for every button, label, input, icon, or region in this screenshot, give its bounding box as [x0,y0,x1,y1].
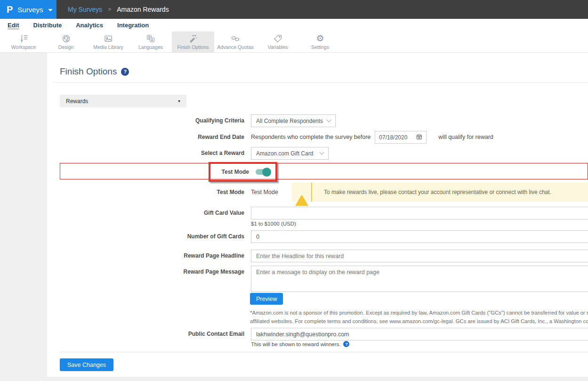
chain-link-icon [230,34,241,43]
select-value: All Complete Respondents [256,118,323,124]
breadcrumb-current-survey: Amazon Rewards [117,6,169,13]
chevron-down-icon [48,9,53,11]
test-mode-warning-banner: ! To make rewards live, please contact y… [292,183,588,202]
palette-icon [61,34,71,43]
toolbar-item-workspace[interactable]: Workspace [2,32,45,52]
tab-distribute[interactable]: Distribute [33,22,62,29]
gift-card-value-input[interactable] [251,207,588,219]
test-mode-status-value: Test Mode [251,183,292,202]
translate-icon [145,34,156,43]
magic-wand-icon [188,34,198,43]
reward-page-message-input[interactable] [251,266,588,292]
top-bar: P Surveys My Surveys > Amazon Rewards [0,0,588,19]
disclaimer-line-1: *Amazon.com is not a sponsor of this pro… [250,308,588,317]
toolbar-item-label: Workspace [11,44,36,50]
reward-end-date-prefix: Respondents who complete the survey befo… [251,131,371,144]
caret-down-icon: ▾ [178,98,180,104]
test-mode-toggle-switch[interactable] [256,169,270,175]
image-icon [103,34,113,43]
toolbar-item-finish-options[interactable]: Finish Options [172,32,214,52]
help-icon[interactable]: ? [343,341,349,347]
breadcrumb-my-surveys[interactable]: My Surveys [68,6,102,13]
toolbar-item-label: Variables [268,44,288,50]
chevron-down-icon [327,118,331,122]
reward-end-date-label: Reward End Date [47,131,244,144]
toolbar-item-variables[interactable]: Variables [257,32,299,52]
select-reward-label: Select a Reward [47,147,244,160]
toolbar-item-design[interactable]: Design [45,32,87,52]
gear-icon: ⚙ [316,34,324,43]
public-contact-email-label: Public Contact Email [47,328,244,340]
help-icon[interactable]: ? [121,68,129,76]
tab-analytics[interactable]: Analytics [76,22,103,29]
annotation-red-row-outline [60,163,588,179]
reward-page-message-label: Reward Page Message [47,266,244,278]
dropdown-selected-value: Rewards [66,98,88,105]
test-mode-toggle-row: Test Mode [47,162,588,184]
gift-card-value-helper: $1 to $1000 (USD) [251,221,296,227]
reward-end-date-input[interactable]: 07/18/2020 [375,131,427,144]
toolbar-item-label: Settings [311,44,329,50]
test-mode-toggle-label: Test Mode [222,169,249,175]
save-changes-button[interactable]: Save Changes [60,358,113,371]
reward-page-headline-label: Reward Page Headline [47,250,244,262]
divider [60,352,588,352]
product-name: Surveys [17,6,43,14]
tab-integration[interactable]: Integration [117,22,149,29]
tab-edit[interactable]: Edit [8,22,19,29]
warning-message: To make rewards live, please contact you… [312,189,563,195]
chevron-down-icon [320,150,324,155]
toolbar-item-label: Design [58,44,74,50]
number-of-gift-cards-input[interactable] [251,230,588,243]
gift-card-value-label: Gift Card Value [47,207,244,219]
toggle-knob [262,168,271,177]
page-title: Finish Options [60,66,117,77]
number-of-gift-cards-label: Number of Gift Cards [47,230,244,243]
disclaimer-line-2: affiliated websites. For complete terms … [250,317,588,325]
primary-nav: Edit Distribute Analytics Integration [0,19,588,32]
public-contact-email-input[interactable] [251,328,588,340]
reward-page-headline-input[interactable] [251,250,588,262]
calendar-icon [416,134,422,141]
select-reward-select[interactable]: Amazon.com Gift Card [251,147,329,160]
warning-triangle-icon: ! [295,186,308,198]
select-value: Amazon.com Gift Card [256,150,313,157]
qualifying-criteria-label: Qualifying Criteria [47,114,244,127]
annotation-red-highlight-box: Test Mode [209,162,277,182]
reward-end-date-suffix: will qualify for reward [438,131,493,144]
toolbar-item-media-library[interactable]: Media Library [87,32,129,52]
finish-options-panel: Finish Options ? Rewards ▾ Qualifying Cr… [47,53,588,377]
test-mode-status-label: Test Mode [47,183,244,202]
divider [53,82,588,83]
surveys-product-menu[interactable]: P Surveys [0,0,56,19]
toolbar-item-label: Languages [138,44,163,50]
amazon-disclaimer: *Amazon.com is not a sponsor of this pro… [250,308,588,325]
toolbar-item-label: Advance Quotas [217,44,254,50]
toolbar-item-advance-quotas[interactable]: Advance Quotas [214,32,257,52]
toolbar-item-settings[interactable]: ⚙ Settings [299,32,341,52]
edit-toolbar: Workspace Design Media Library [0,32,588,53]
qualifying-criteria-select[interactable]: All Complete Respondents [251,114,336,127]
preview-button[interactable]: Preview [250,293,283,305]
breadcrumb-separator: > [108,6,111,13]
tag-icon [273,34,283,43]
warning-icon-cell: ! [292,183,312,202]
toolbar-item-label: Finish Options [177,44,209,50]
breadcrumb: My Surveys > Amazon Rewards [68,0,169,19]
public-contact-email-helper: This will be shown to reward winners. [251,341,340,347]
date-value: 07/18/2020 [379,134,407,141]
toolbar-item-languages[interactable]: Languages [129,32,172,52]
toolbar-item-label: Media Library [93,44,123,50]
questionpro-logo: P [7,4,13,15]
workspace-icon [18,34,29,43]
finish-option-type-dropdown[interactable]: Rewards ▾ [60,95,186,107]
